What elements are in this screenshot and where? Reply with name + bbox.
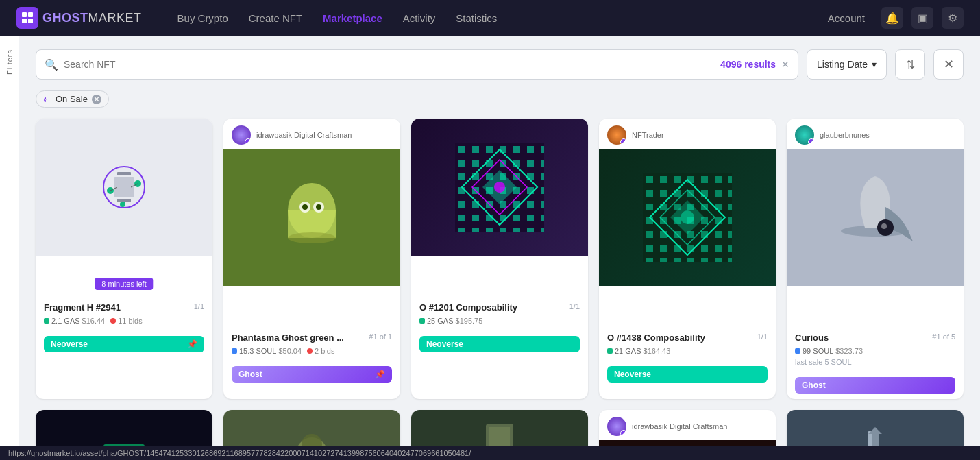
timer-badge: 8 minutes left <box>95 278 153 290</box>
header: GHOSTMARKET Buy Crypto Create NFT Market… <box>0 0 980 36</box>
main-nav: Buy Crypto Create NFT Marketplace Activi… <box>169 8 820 28</box>
filters-sidebar: Filters › Show <box>0 36 19 460</box>
card-username: idrawbasik Digital Craftsman <box>632 422 727 431</box>
price-usd: $195.75 <box>456 317 483 325</box>
settings-button[interactable]: ⚙ <box>942 7 964 29</box>
nft-card-composability-1201[interactable]: O #1201 Composability 1/1 25 GAS $195.75… <box>411 119 588 399</box>
wallet-button[interactable]: ▣ <box>911 7 933 29</box>
results-count: 4096 results <box>720 59 776 70</box>
chain-badge: Neoverse <box>607 366 768 383</box>
avatar-nftrader: ✓ <box>607 125 626 145</box>
logo[interactable]: GHOSTMARKET <box>16 7 142 29</box>
pin-icon: 📌 <box>187 339 197 349</box>
chain-name: Ghost <box>238 370 262 379</box>
filter-icon: ⇅ <box>906 58 915 71</box>
bids-info: 11 bids <box>110 317 142 325</box>
gas-amount: 99 SOUL <box>803 347 833 355</box>
card-title: O #1201 Composability <box>419 302 567 313</box>
verified-badge: ✓ <box>620 430 626 436</box>
nft-card-curious[interactable]: ✓ glauberbnunes <box>787 119 964 399</box>
nav-account[interactable]: Account <box>820 8 873 28</box>
chain-badge: Ghost <box>795 377 955 394</box>
card-body-composability-1201: O #1201 Composability 1/1 25 GAS $195.75 <box>411 295 588 330</box>
price-gas: 25 GAS $195.75 <box>419 317 482 325</box>
nav-marketplace[interactable]: Marketplace <box>315 8 391 28</box>
card-footer-composability-1201: Neoverse <box>411 330 588 358</box>
card-image-curious <box>787 149 964 326</box>
avatar-idrawbasik-r2: ✓ <box>607 417 626 436</box>
filters-label[interactable]: Filters <box>5 49 14 75</box>
card-body-curious: Curious #1 of 5 99 SOUL $323.73 last sal… <box>787 326 964 372</box>
avatar-idrawbasik: ✓ <box>232 125 251 145</box>
card-footer-curious: Ghost <box>787 372 964 399</box>
gas-amount: 21 GAS <box>615 347 641 355</box>
sort-label: Listing Date <box>817 59 868 70</box>
card-title: Fragment H #2941 <box>44 302 191 313</box>
nav-create-nft[interactable]: Create NFT <box>241 8 310 28</box>
search-input-wrap: 🔍 4096 results ✕ <box>36 49 798 80</box>
sort-button[interactable]: Listing Date ▾ <box>807 49 887 80</box>
gas-amount: 2.1 GAS <box>51 317 80 325</box>
chain-name: Neoverse <box>614 370 651 379</box>
chain-badge: Ghost 📌 <box>232 366 392 383</box>
avatar-glauberbnunes: ✓ <box>795 125 814 145</box>
notification-button[interactable]: 🔔 <box>881 7 903 29</box>
bid-dot-icon <box>307 348 313 354</box>
gas-dot-icon <box>607 348 613 354</box>
price-gas: 21 GAS $164.43 <box>607 347 670 355</box>
nav-activity[interactable]: Activity <box>395 8 444 28</box>
status-url: https://ghostmarket.io/asset/pha/GHOST/1… <box>8 449 471 457</box>
card-header-curious: ✓ glauberbnunes <box>787 119 964 149</box>
card-edition: #1 of 5 <box>932 332 955 341</box>
search-input[interactable] <box>64 59 720 70</box>
pin-icon: 📌 <box>375 370 385 379</box>
verified-badge: ✓ <box>245 138 251 145</box>
bids-info: 2 bids <box>307 347 334 355</box>
gas-dot-icon <box>419 318 425 324</box>
last-sale: last sale 5 SOUL <box>795 358 955 369</box>
card-edition: 1/1 <box>194 302 204 311</box>
svg-point-26 <box>494 182 505 193</box>
svg-point-18 <box>316 204 321 210</box>
nft-card-fragment-h[interactable]: 8 minutes left Fragment H #2941 1/1 2.1 … <box>36 119 212 399</box>
main-layout: Filters › Show 🔍 4096 results ✕ Listing … <box>0 36 980 460</box>
card-footer-phantasma: Ghost 📌 <box>223 361 400 388</box>
svg-rect-0 <box>22 12 27 17</box>
nav-statistics[interactable]: Statistics <box>448 8 505 28</box>
card-header-r2-4: ✓ idrawbasik Digital Craftsman <box>599 410 776 440</box>
chain-badge: Neoverse <box>419 336 580 352</box>
filter-tags: 🏷 On Sale ✕ <box>36 90 964 108</box>
nft-card-phantasma[interactable]: ✓ idrawbasik Digital Craftsman <box>223 119 400 399</box>
nft-card-composability-1438[interactable]: ✓ NFTrader <box>599 119 776 399</box>
header-actions: Account 🔔 ▣ ⚙ <box>820 7 964 29</box>
sort-chevron-icon: ▾ <box>872 59 877 70</box>
gas-dot-icon <box>232 348 237 354</box>
gas-dot-icon <box>795 348 800 354</box>
svg-point-10 <box>120 202 125 207</box>
price-usd: $164.43 <box>644 347 671 355</box>
svg-rect-6 <box>117 172 131 175</box>
card-header-composability-1438: ✓ NFTrader <box>599 119 776 149</box>
on-sale-label: On Sale <box>56 94 88 104</box>
gas-amount: 25 GAS <box>427 317 454 325</box>
filter-options-button[interactable]: ⇅ <box>895 49 925 80</box>
close-filters-button[interactable]: ✕ <box>933 49 964 80</box>
card-image-fragment-h: 8 minutes left <box>36 119 212 295</box>
clear-search-button[interactable]: ✕ <box>781 59 789 70</box>
card-footer-composability-1438: Neoverse <box>599 361 776 388</box>
card-edition: 1/1 <box>569 302 580 311</box>
card-image-phantasma <box>223 149 400 326</box>
card-footer-fragment-h: Neoverse 📌 <box>36 330 212 358</box>
card-body-composability-1438: O #1438 Composability 1/1 21 GAS $164.43 <box>599 326 776 361</box>
bid-dot-icon <box>110 318 116 324</box>
card-body-phantasma: Phantasma Ghost green ... #1 of 1 15.3 S… <box>223 326 400 361</box>
nav-buy-crypto[interactable]: Buy Crypto <box>169 8 236 28</box>
svg-point-33 <box>681 210 694 224</box>
price-usd: $323.73 <box>835 347 863 355</box>
card-title: Phantasma Ghost green ... <box>232 332 366 343</box>
remove-on-sale-filter[interactable]: ✕ <box>92 95 101 104</box>
price-gas: 15.3 SOUL $50.04 <box>232 347 302 355</box>
search-icon: 🔍 <box>45 58 58 71</box>
card-body-fragment-h: Fragment H #2941 1/1 2.1 GAS $16.44 11 b… <box>36 295 212 330</box>
bids-count: 11 bids <box>118 317 142 325</box>
